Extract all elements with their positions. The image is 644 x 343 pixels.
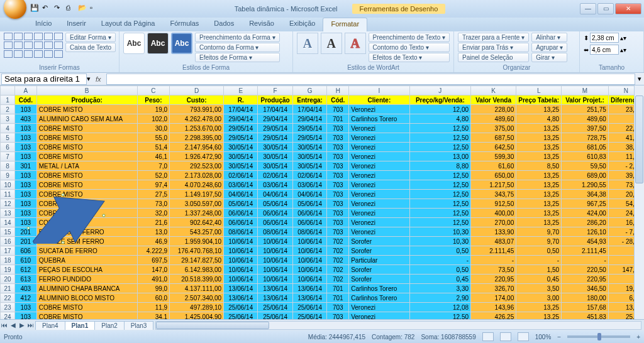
cell[interactable]: 2,90 (409, 293, 470, 303)
cell[interactable]: 10/06/14 (224, 237, 258, 246)
cell[interactable]: 174,00 (471, 293, 516, 303)
cell[interactable]: 1.217,50 (471, 180, 516, 190)
zoom-out-icon[interactable]: − (557, 334, 561, 340)
row-header[interactable]: 7 (1, 152, 15, 161)
cell[interactable]: 133,90 (471, 227, 516, 237)
cell[interactable]: Veronezi (349, 161, 410, 171)
cell[interactable]: 103 (14, 180, 36, 190)
sheet-tab-plan3[interactable]: Plan3 (124, 321, 154, 330)
cell[interactable]: COBRE MISTO (36, 143, 137, 152)
cell[interactable]: 4.137.111,00 (170, 284, 224, 293)
cell[interactable]: 103 (14, 133, 36, 143)
col-header[interactable]: G (292, 86, 327, 95)
cell[interactable]: 543.257,00 (170, 227, 224, 237)
cell[interactable]: 103 (14, 199, 36, 209)
cell[interactable]: 13/06/14 (258, 293, 292, 303)
cell[interactable]: COBRE MISTO (36, 152, 137, 161)
cell[interactable]: 06/06/14 (292, 209, 327, 218)
cell[interactable]: 610,83 (562, 152, 609, 161)
select-all-corner[interactable] (1, 86, 15, 95)
cell[interactable]: 397,50 (562, 124, 609, 133)
cell[interactable]: 30/05/14 (258, 152, 292, 161)
cell[interactable]: Carlinhos Torero (349, 284, 410, 293)
undo-icon[interactable]: ↶ (42, 4, 52, 14)
rotate-button[interactable]: Girar ▾ (531, 53, 567, 62)
cell[interactable]: COBRE MISTO (36, 209, 137, 218)
sheet-tab-plan4[interactable]: Plan4 (35, 321, 65, 330)
cell[interactable]: 912,50 (471, 199, 516, 209)
cell[interactable]: 12,50 (409, 180, 470, 190)
cell[interactable]: 613 (14, 275, 36, 284)
fx-icon[interactable]: fx (91, 75, 106, 83)
row-header[interactable]: 21 (1, 284, 15, 293)
col-header[interactable]: I (349, 86, 410, 95)
cell[interactable]: 97,4 (137, 180, 170, 190)
cell[interactable]: 10,30 (409, 227, 470, 237)
text-fill-button[interactable]: Preenchimento de Texto ▾ (369, 33, 450, 42)
cell[interactable]: 326,70 (471, 284, 516, 293)
cell[interactable]: 610 (14, 256, 36, 265)
office-button[interactable] (4, 0, 26, 19)
cell[interactable]: 13,25 (516, 171, 562, 180)
cell[interactable]: 102,0 (137, 114, 170, 124)
cell[interactable]: 29/05/14 (292, 133, 327, 143)
cell[interactable]: COBRE MISTO (36, 199, 137, 209)
cell[interactable]: 483,07 (471, 237, 516, 246)
row-header[interactable]: 22 (1, 293, 15, 303)
shape-height-input[interactable] (590, 33, 619, 43)
cell[interactable]: 10/06/14 (292, 237, 327, 246)
cell[interactable]: 13,25 (516, 303, 562, 312)
cell[interactable]: 05/06/14 (292, 199, 327, 209)
table-header-cell[interactable]: Cliente: (349, 95, 410, 105)
cell[interactable]: 13/06/14 (224, 284, 258, 293)
layout-view-button[interactable] (500, 332, 511, 341)
cell[interactable]: Sorofer (349, 246, 410, 256)
cell[interactable]: 2.507.340,00 (170, 293, 224, 303)
cell[interactable]: 29/05/14 (258, 124, 292, 133)
cell[interactable]: COBRE MISTO (36, 190, 137, 199)
sheet-nav[interactable]: ⏮◀▶⏭ (0, 322, 35, 329)
row-header[interactable]: 9 (1, 171, 15, 180)
cell[interactable]: 30/05/14 (292, 161, 327, 171)
cell[interactable]: 10/06/14 (258, 275, 292, 284)
cell[interactable]: 703 (327, 143, 349, 152)
cell[interactable]: 606 (14, 246, 36, 256)
cell[interactable]: 30,0 (137, 124, 170, 133)
cell[interactable]: 1,50 (516, 265, 562, 275)
cell[interactable]: 3.050.597,00 (170, 199, 224, 209)
cell[interactable]: ALUMINIO CABO SEM ALMA (36, 114, 137, 124)
cell[interactable]: 703 (327, 180, 349, 190)
cell[interactable]: 21,6 (137, 218, 170, 227)
cell[interactable]: 29/04/14 (258, 114, 292, 124)
cell[interactable]: 30/05/14 (224, 161, 258, 171)
table-header-cell[interactable]: Produção (258, 95, 292, 105)
row-header[interactable]: 8 (1, 161, 15, 171)
cell[interactable]: 25/06/14 (224, 312, 258, 320)
cell[interactable]: 1.425.004,90 (170, 312, 224, 320)
cell[interactable]: 2.147.954,60 (170, 143, 224, 152)
cell[interactable]: ALUMINIO BLOCO MISTO (36, 293, 137, 303)
formula-bar[interactable] (106, 74, 635, 85)
cell[interactable]: 13,25 (516, 124, 562, 133)
cell[interactable]: 157,68 (562, 303, 609, 312)
cell[interactable]: 13,25 (516, 133, 562, 143)
cell[interactable]: 793.991,00 (170, 105, 224, 114)
wordart-swatch[interactable]: A (321, 33, 342, 54)
cell[interactable]: 4.070.248,60 (170, 180, 224, 190)
cell[interactable]: 681,05 (562, 143, 609, 152)
cell[interactable]: 3,50 (516, 284, 562, 293)
col-header[interactable]: M (562, 86, 609, 95)
cell[interactable]: 126,10 (562, 227, 609, 237)
row-header[interactable]: 2 (1, 105, 15, 114)
cell[interactable]: 270,00 (471, 218, 516, 227)
cell[interactable]: Veronezi (349, 218, 410, 227)
row-header[interactable]: 17 (1, 246, 15, 256)
cell[interactable]: - (471, 256, 516, 265)
close-button[interactable]: ✕ (615, 3, 641, 14)
cell[interactable]: 12,50 (409, 190, 470, 199)
cell[interactable]: 642,50 (471, 143, 516, 152)
shapes-gallery[interactable] (4, 33, 63, 58)
cell[interactable]: 9,70 (516, 237, 562, 246)
cell[interactable]: 30/05/14 (224, 152, 258, 161)
cell[interactable]: 497.289,10 (170, 303, 224, 312)
